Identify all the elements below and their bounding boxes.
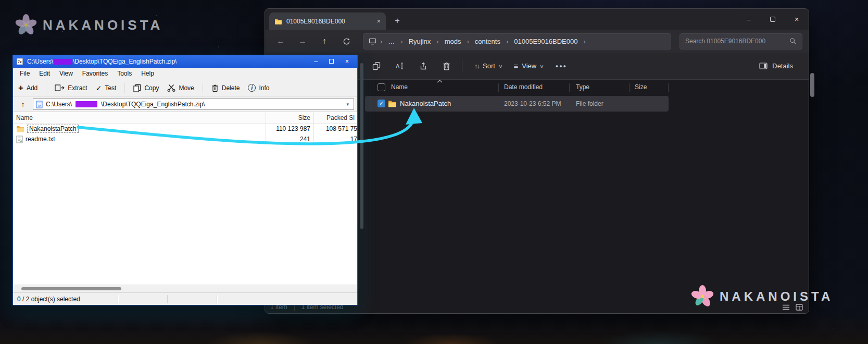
rename-button[interactable]: A — [391, 57, 409, 75]
delete-button[interactable] — [437, 57, 456, 75]
column-header-size[interactable]: Size — [635, 83, 647, 91]
address-bar[interactable]: › … › Ryujinx › mods › contents › 01005E… — [363, 33, 671, 50]
menu-view[interactable]: View — [55, 70, 78, 77]
tab-close-icon[interactable]: × — [376, 17, 381, 25]
copy-button[interactable]: Copy — [133, 84, 159, 92]
add-button[interactable]: + Add — [18, 83, 37, 92]
minimize-button[interactable]: – — [314, 58, 318, 65]
zip-file-icon: 7z — [36, 101, 43, 108]
menu-favorites[interactable]: Favorites — [78, 70, 112, 77]
select-all-checkbox[interactable] — [378, 83, 385, 91]
row-checkbox[interactable]: ✓ — [378, 100, 385, 107]
info-icon: i — [248, 84, 256, 92]
archive-row-readme[interactable]: readme.txt 241 17 — [13, 134, 357, 144]
status-divider — [217, 295, 217, 303]
horizontal-scrollbar[interactable] — [13, 285, 357, 292]
delete-button[interactable]: Delete — [211, 84, 240, 92]
archive-row-nakanoistapatch[interactable]: NakanoistaPatch 110 123 987 108 571 75 — [13, 124, 357, 134]
menu-file[interactable]: File — [15, 70, 34, 77]
archive-path-field[interactable]: 7z C:\Users\ \Desktop\TQQEiga_EnglishPat… — [33, 99, 354, 110]
explorer-tab[interactable]: 01005E9016BDE000 × — [269, 13, 386, 30]
delete-label: Delete — [222, 84, 240, 92]
menu-help[interactable]: Help — [136, 70, 159, 77]
toolbar-divider — [462, 60, 462, 72]
extract-icon — [55, 84, 65, 92]
test-button[interactable]: ✓ Test — [96, 84, 117, 92]
maximize-icon — [329, 59, 334, 64]
edge-scrollbar[interactable] — [810, 73, 814, 97]
search-box[interactable] — [680, 33, 802, 50]
close-button[interactable]: × — [345, 58, 349, 65]
up-button[interactable]: ↑ — [315, 33, 334, 50]
archive-item-packed-size: 108 571 75 — [326, 125, 357, 132]
toolbar-divider — [124, 83, 125, 93]
column-divider[interactable] — [668, 83, 669, 92]
copy-label: Copy — [144, 84, 159, 92]
column-header-date[interactable]: Date modified — [504, 83, 543, 91]
breadcrumb-item-contents[interactable]: contents — [473, 38, 502, 45]
status-divider — [167, 295, 168, 303]
details-pane-button[interactable]: Details — [753, 57, 799, 75]
text-file-icon — [16, 136, 23, 143]
sort-button[interactable]: ↑↓ Sort ∨ — [469, 57, 508, 75]
column-header-row: Name Date modified Type Size — [364, 80, 809, 95]
file-date-modified: 2023-10-23 6:52 PM — [504, 100, 561, 107]
menu-tools[interactable]: Tools — [112, 70, 136, 77]
new-tab-button[interactable]: + — [390, 14, 405, 28]
search-input[interactable] — [685, 38, 789, 45]
folder-icon — [274, 18, 282, 24]
file-row-nakanoistapatch[interactable]: ✓ NakanoistaPatch 2023-10-23 6:52 PM Fil… — [365, 96, 669, 112]
folder-icon — [16, 126, 24, 132]
info-button[interactable]: i Info — [248, 84, 269, 92]
sevenzip-toolbar: + Add Extract ✓ Test Copy — [13, 79, 357, 97]
column-header-packed-size[interactable]: Packed Si — [314, 112, 357, 123]
sevenzip-status-bar: 0 / 2 object(s) selected — [13, 292, 357, 305]
menu-edit[interactable]: Edit — [34, 70, 55, 77]
breadcrumb-item-ryujinx[interactable]: Ryujinx — [407, 38, 433, 45]
column-header-name[interactable]: Name — [13, 112, 266, 123]
redacted-username — [76, 101, 97, 107]
navigation-pane-scrollbar[interactable] — [360, 63, 363, 229]
window-controls: – × — [737, 9, 809, 30]
share-button[interactable] — [414, 57, 432, 75]
scrollbar-thumb[interactable] — [21, 287, 121, 290]
breadcrumb-item-mods[interactable]: mods — [443, 38, 463, 45]
brand-text: NAKANOISTA — [43, 17, 163, 33]
address-path-suffix: \Desktop\TQQEiga_EnglishPatch.zip\ — [101, 101, 205, 108]
maximize-button[interactable] — [761, 9, 785, 30]
column-header-name[interactable]: Name — [391, 83, 408, 91]
column-divider[interactable] — [629, 83, 630, 92]
up-one-level-button[interactable]: ↑ — [16, 99, 30, 110]
search-icon — [789, 38, 797, 45]
svg-text:7z: 7z — [18, 60, 22, 64]
status-divider — [118, 295, 118, 303]
view-button[interactable]: ≡ View ∨ — [508, 57, 549, 75]
breadcrumb-item-titleid[interactable]: 01005E9016BDE000 — [512, 38, 580, 45]
column-divider[interactable] — [498, 83, 499, 92]
refresh-button[interactable] — [337, 33, 356, 50]
column-header-type[interactable]: Type — [576, 83, 589, 91]
archive-file-list: Name Size Packed Si NakanoistaPatch 110 … — [13, 112, 357, 285]
extract-button[interactable]: Extract — [55, 84, 87, 92]
move-button[interactable]: Move — [167, 84, 194, 92]
sevenzip-menu-bar: File Edit View Favorites Tools Help — [13, 68, 357, 79]
details-pane-icon — [759, 63, 768, 69]
maximize-button[interactable] — [329, 58, 334, 65]
column-divider[interactable] — [569, 83, 570, 92]
scissors-icon — [167, 84, 175, 92]
refresh-icon — [343, 38, 350, 45]
back-button[interactable]: ← — [271, 33, 290, 50]
more-options-button[interactable]: ●●● — [549, 57, 573, 75]
minimize-button[interactable]: – — [737, 9, 761, 30]
breadcrumb-chevron-icon: › — [581, 38, 588, 45]
column-header-size[interactable]: Size — [266, 112, 314, 123]
copy-button[interactable] — [367, 57, 385, 75]
name-header-label: Name — [16, 114, 33, 121]
sevenzip-title-bar[interactable]: 7z C:\Users\ \Desktop\TQQEiga_EnglishPat… — [13, 55, 357, 68]
breadcrumb-ellipsis[interactable]: … — [386, 38, 397, 45]
dropdown-icon[interactable]: ▾ — [344, 102, 351, 107]
forward-button[interactable]: → — [293, 33, 312, 50]
sakura-logo-icon — [690, 285, 714, 309]
breadcrumb-chevron-icon: › — [398, 38, 405, 45]
close-button[interactable]: × — [785, 9, 809, 30]
